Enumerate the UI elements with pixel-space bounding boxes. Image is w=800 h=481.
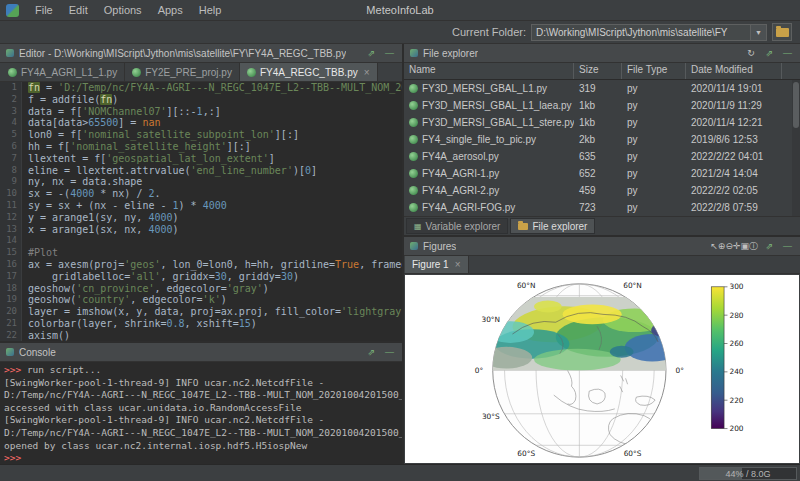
console-output[interactable]: >>> run script...[SwingWorker-pool-1-thr… xyxy=(0,362,402,464)
code-line[interactable]: 17 gridlabelloc='all', griddx=30, griddy… xyxy=(0,271,402,283)
code-line[interactable]: 16ax = axesm(proj='geos', lon_0=lon0, h=… xyxy=(0,259,402,271)
float-panel-icon[interactable]: ⇗ xyxy=(365,48,378,58)
code-line[interactable]: 9ny, nx = data.shape xyxy=(0,176,402,188)
browse-folder-button[interactable] xyxy=(772,23,792,41)
code-line[interactable]: 13x = arange1(sx, nx, 4000) xyxy=(0,224,402,236)
editor-tab[interactable]: FY4A_REGC_TBB.py × xyxy=(240,63,378,81)
python-file-icon xyxy=(409,135,418,144)
editor-tab[interactable]: FY2E_PRE_proj.py xyxy=(125,63,240,81)
python-file-icon xyxy=(409,118,418,127)
code-line[interactable]: 18geoshow('cn_province', edgecolor='gray… xyxy=(0,283,402,295)
minimize-panel-icon[interactable]: — xyxy=(781,48,794,58)
code-line[interactable]: 4data[data>65500] = nan xyxy=(0,117,402,129)
grid-label: 60°S xyxy=(624,449,642,458)
memory-text: 44% / 8.0G xyxy=(700,468,796,479)
status-bar: 44% / 8.0G xyxy=(0,464,800,481)
float-panel-icon[interactable]: ⇗ xyxy=(763,48,776,58)
menu-options[interactable]: Options xyxy=(96,4,150,16)
scrollbar[interactable] xyxy=(792,80,800,216)
tab-close-icon[interactable]: × xyxy=(364,67,370,78)
column-header-file-type[interactable]: File Type xyxy=(622,63,686,79)
python-file-icon xyxy=(409,203,418,212)
line-number: 4 xyxy=(0,117,22,129)
minimize-panel-icon[interactable]: — xyxy=(383,48,396,58)
line-number: 21 xyxy=(0,318,22,330)
menu-help[interactable]: Help xyxy=(191,4,230,16)
code-line[interactable]: 6hh = f['nominal_satellite_height'][:] xyxy=(0,141,402,153)
figure-canvas[interactable]: 300280260240220200 60°N60°N30°N0°0°30°S6… xyxy=(405,275,799,463)
code-line[interactable]: 1fn = 'D:/Temp/nc/FY4A--AGRI---N_REGC_10… xyxy=(0,82,402,94)
memory-indicator[interactable]: 44% / 8.0G xyxy=(699,467,797,480)
code-line[interactable]: 10sx = -(4000 * nx) / 2. xyxy=(0,188,402,200)
file-row[interactable]: FY4A_AGRI-2.py459py2022/2/2 02:05 xyxy=(404,182,800,199)
code-line[interactable]: 7llextent = f['geospatial_lat_lon_extent… xyxy=(0,153,402,165)
code-line[interactable]: 8eline = llextent.attrvalue('end_line_nu… xyxy=(0,165,402,177)
code-line[interactable]: 21colorbar(layer, shrink=0.8, xshift=15) xyxy=(0,318,402,330)
column-header-name[interactable]: Name xyxy=(404,63,574,79)
menu-file[interactable]: File xyxy=(27,4,61,16)
float-panel-icon[interactable]: ⇗ xyxy=(365,347,378,357)
editor-tab[interactable]: FY4A_AGRI_L1_1.py xyxy=(1,63,125,81)
colorbar-tick-label: 220 xyxy=(729,396,743,405)
code-line[interactable]: 14 xyxy=(0,235,402,247)
line-number: 17 xyxy=(0,271,22,283)
file-row[interactable]: FY3D_MERSI_GBAL_L1_laea.py1kbpy2020/11/9… xyxy=(404,97,800,114)
code-line[interactable]: 11sy = sx + (nx - eline - 1) * 4000 xyxy=(0,200,402,212)
file-row[interactable]: FY4A_AGRI-1.py652py2021/2/4 14:04 xyxy=(404,165,800,182)
console-line: opened by class ucar.nc2.internal.iosp.h… xyxy=(4,440,398,453)
file-modified: 2020/11/9 11:29 xyxy=(686,100,782,111)
file-row[interactable]: FY3D_MERSI_GBAL_L1_stere.py1kbpy2020/11/… xyxy=(404,114,800,131)
code-line[interactable]: 3data = f['NOMChannel07'][::-1,:] xyxy=(0,106,402,118)
code-line[interactable]: 12y = arange1(sy, ny, 4000) xyxy=(0,212,402,224)
console-line: >>> xyxy=(4,452,398,464)
code-line[interactable]: 5lon0 = f['nominal_satellite_subpoint_lo… xyxy=(0,129,402,141)
file-size: 1kb xyxy=(574,117,622,128)
console-line: D:/Temp/nc/FY4A--AGRI---N_REGC_1047E_L2-… xyxy=(4,389,398,402)
full-extent-icon[interactable]: ▣ xyxy=(740,241,749,251)
file-row[interactable]: FY4A_AGRI-FOG.py723py2022/2/8 07:59 xyxy=(404,199,800,216)
code-line[interactable]: 19geoshow('country', edgecolor='k') xyxy=(0,294,402,306)
line-number: 2 xyxy=(0,94,22,106)
file-size: 459 xyxy=(574,185,622,196)
minimize-panel-icon[interactable]: — xyxy=(383,347,396,357)
column-header-date-modified[interactable]: Date Modified xyxy=(686,63,782,79)
select-arrow-icon[interactable]: ↖ xyxy=(710,241,718,251)
column-header-size[interactable]: Size xyxy=(574,63,622,79)
file-modified: 2022/2/8 07:59 xyxy=(686,202,782,213)
code-line[interactable]: 22axism() xyxy=(0,330,402,341)
folder-icon xyxy=(518,223,528,230)
file-modified: 2022/2/2 02:05 xyxy=(686,185,782,196)
file-name: FY3D_MERSI_GBAL_L1_stere.py xyxy=(404,117,574,128)
zoom-out-icon[interactable]: ⊖ xyxy=(725,241,733,251)
menu-apps[interactable]: Apps xyxy=(150,4,191,16)
figure-tab[interactable]: Figure 1 × xyxy=(405,256,469,273)
bottom-tab-file-explorer[interactable]: File explorer xyxy=(510,218,595,234)
scrollbar-thumb[interactable] xyxy=(793,82,799,128)
file-type: py xyxy=(622,168,686,179)
figure-tab-bar: Figure 1 × xyxy=(404,256,800,274)
file-row[interactable]: FY4_single_file_to_pic.py2kbpy2019/8/6 1… xyxy=(404,131,800,148)
current-folder-combobox[interactable]: D:\Working\MIScript\Jython\mis\satellite… xyxy=(531,24,767,41)
line-number: 3 xyxy=(0,106,22,118)
float-panel-icon[interactable]: ⇗ xyxy=(763,241,776,251)
bottom-tab-variable-explorer[interactable]: ▦Variable explorer xyxy=(406,218,508,234)
identify-icon[interactable]: ⓘ xyxy=(749,241,758,251)
file-modified: 2021/2/4 14:04 xyxy=(686,168,782,179)
file-row[interactable]: FY4A_aerosol.py635py2022/2/22 04:01 xyxy=(404,148,800,165)
code-line[interactable]: 15#Plot xyxy=(0,247,402,259)
grid-label: 0° xyxy=(676,366,684,375)
file-row[interactable]: FY3D_MERSI_GBAL_L1.py319py2020/11/4 19:0… xyxy=(404,80,800,97)
tab-close-icon[interactable]: × xyxy=(455,259,461,270)
explorer-bottom-tabs: ▦Variable explorer File explorer xyxy=(404,216,800,235)
code-line[interactable]: 2f = addfile(fn) xyxy=(0,94,402,106)
chevron-down-icon[interactable]: ▼ xyxy=(750,25,766,40)
code-line[interactable]: 20layer = imshow(x, y, data, proj=ax.pro… xyxy=(0,306,402,318)
code-editor[interactable]: 1fn = 'D:/Temp/nc/FY4A--AGRI---N_REGC_10… xyxy=(0,82,402,341)
minimize-panel-icon[interactable]: — xyxy=(781,241,794,251)
file-name: FY3D_MERSI_GBAL_L1_laea.py xyxy=(404,100,574,111)
menu-edit[interactable]: Edit xyxy=(61,4,96,16)
file-size: 319 xyxy=(574,83,622,94)
line-number: 16 xyxy=(0,259,22,271)
refresh-icon[interactable]: ↻ xyxy=(744,48,758,58)
console-line: accessed with class ucar.unidata.io.Rand… xyxy=(4,402,398,415)
